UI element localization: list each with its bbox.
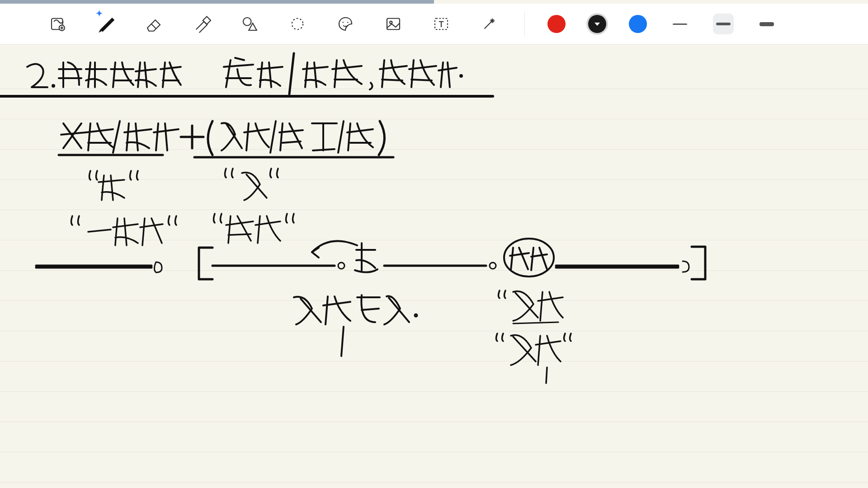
stroke-thick[interactable] (756, 14, 777, 34)
shapes-icon[interactable] (237, 11, 262, 37)
svg-point-10 (460, 75, 462, 77)
svg-rect-5 (387, 19, 400, 30)
svg-point-29 (415, 314, 417, 317)
svg-line-31 (513, 322, 558, 324)
color-blue[interactable] (629, 15, 647, 33)
svg-point-6 (390, 21, 392, 23)
color-black[interactable] (588, 15, 606, 33)
svg-line-19 (88, 230, 111, 232)
highlighter-icon[interactable] (189, 11, 214, 37)
stroke-med[interactable] (713, 14, 734, 34)
toolbar-separator (524, 11, 525, 37)
svg-line-16 (270, 121, 276, 153)
add-page-icon[interactable] (45, 11, 71, 37)
svg-line-12 (113, 121, 120, 153)
image-icon[interactable] (381, 11, 406, 37)
toolbar: ✦ (0, 4, 868, 45)
svg-point-25 (490, 263, 496, 269)
eraser-icon[interactable] (141, 11, 166, 37)
note-canvas[interactable] (0, 44, 868, 488)
stroke-thin[interactable] (670, 14, 690, 34)
lasso-icon[interactable] (285, 11, 310, 37)
progress-bar (0, 0, 434, 4)
svg-point-8 (52, 85, 54, 87)
svg-line-32 (546, 367, 547, 383)
color-red[interactable] (547, 15, 566, 33)
magic-wand-icon[interactable] (476, 11, 502, 37)
pen-icon[interactable]: ✦ (93, 11, 118, 37)
svg-rect-2 (203, 16, 211, 24)
svg-point-3 (243, 18, 251, 26)
svg-line-17 (338, 121, 344, 153)
bluetooth-icon: ✦ (96, 9, 103, 19)
svg-line-30 (341, 327, 344, 356)
svg-line-9 (289, 53, 294, 94)
svg-point-23 (338, 263, 344, 269)
text-box-icon[interactable] (429, 11, 454, 37)
handwriting-ink (0, 44, 868, 488)
svg-point-4 (292, 19, 303, 30)
sticker-icon[interactable] (333, 11, 358, 37)
